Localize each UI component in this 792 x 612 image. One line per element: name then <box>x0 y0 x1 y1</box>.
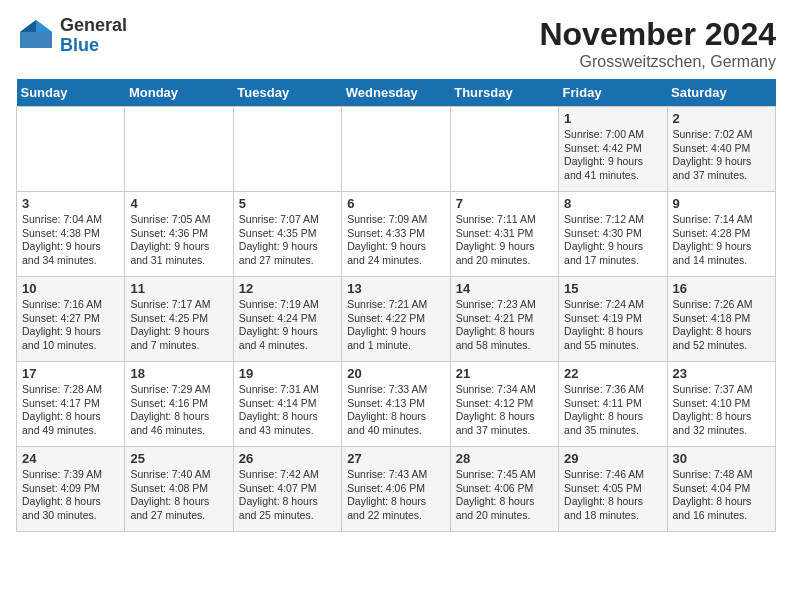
logo-general: General <box>60 16 127 36</box>
day-cell: 15Sunrise: 7:24 AMSunset: 4:19 PMDayligh… <box>559 277 667 362</box>
day-info: Sunrise: 7:40 AM <box>130 468 227 482</box>
day-info: Sunset: 4:12 PM <box>456 397 553 411</box>
day-info: Daylight: 9 hours and 20 minutes. <box>456 240 553 267</box>
day-info: Sunset: 4:35 PM <box>239 227 336 241</box>
day-info: Sunrise: 7:34 AM <box>456 383 553 397</box>
day-cell <box>17 107 125 192</box>
day-cell: 4Sunrise: 7:05 AMSunset: 4:36 PMDaylight… <box>125 192 233 277</box>
day-info: Sunrise: 7:24 AM <box>564 298 661 312</box>
header-cell-saturday: Saturday <box>667 79 775 107</box>
day-cell: 13Sunrise: 7:21 AMSunset: 4:22 PMDayligh… <box>342 277 450 362</box>
day-info: Sunset: 4:24 PM <box>239 312 336 326</box>
calendar-table: SundayMondayTuesdayWednesdayThursdayFrid… <box>16 79 776 532</box>
day-info: Sunset: 4:05 PM <box>564 482 661 496</box>
day-number: 8 <box>564 196 661 211</box>
day-number: 15 <box>564 281 661 296</box>
day-info: Sunset: 4:16 PM <box>130 397 227 411</box>
day-info: Sunset: 4:22 PM <box>347 312 444 326</box>
header: General Blue November 2024 Grossweitzsch… <box>16 16 776 71</box>
day-info: Sunset: 4:06 PM <box>456 482 553 496</box>
calendar-body: 1Sunrise: 7:00 AMSunset: 4:42 PMDaylight… <box>17 107 776 532</box>
day-cell: 21Sunrise: 7:34 AMSunset: 4:12 PMDayligh… <box>450 362 558 447</box>
day-cell <box>342 107 450 192</box>
header-cell-sunday: Sunday <box>17 79 125 107</box>
day-info: Sunrise: 7:07 AM <box>239 213 336 227</box>
day-cell: 20Sunrise: 7:33 AMSunset: 4:13 PMDayligh… <box>342 362 450 447</box>
day-info: Sunset: 4:40 PM <box>673 142 770 156</box>
calendar-header: SundayMondayTuesdayWednesdayThursdayFrid… <box>17 79 776 107</box>
day-info: Daylight: 8 hours and 18 minutes. <box>564 495 661 522</box>
day-cell: 8Sunrise: 7:12 AMSunset: 4:30 PMDaylight… <box>559 192 667 277</box>
day-number: 28 <box>456 451 553 466</box>
day-number: 14 <box>456 281 553 296</box>
day-info: Sunset: 4:08 PM <box>130 482 227 496</box>
day-info: Sunset: 4:10 PM <box>673 397 770 411</box>
day-cell: 1Sunrise: 7:00 AMSunset: 4:42 PMDaylight… <box>559 107 667 192</box>
day-info: Daylight: 8 hours and 55 minutes. <box>564 325 661 352</box>
header-cell-tuesday: Tuesday <box>233 79 341 107</box>
day-number: 11 <box>130 281 227 296</box>
day-number: 5 <box>239 196 336 211</box>
svg-marker-2 <box>20 20 36 32</box>
day-number: 23 <box>673 366 770 381</box>
day-info: Daylight: 8 hours and 35 minutes. <box>564 410 661 437</box>
day-info: Daylight: 8 hours and 49 minutes. <box>22 410 119 437</box>
day-cell <box>450 107 558 192</box>
title-area: November 2024 Grossweitzschen, Germany <box>539 16 776 71</box>
day-info: Sunset: 4:18 PM <box>673 312 770 326</box>
day-info: Sunrise: 7:02 AM <box>673 128 770 142</box>
day-info: Sunrise: 7:05 AM <box>130 213 227 227</box>
day-info: Sunset: 4:13 PM <box>347 397 444 411</box>
day-info: Sunrise: 7:00 AM <box>564 128 661 142</box>
day-number: 21 <box>456 366 553 381</box>
day-info: Sunset: 4:14 PM <box>239 397 336 411</box>
day-number: 25 <box>130 451 227 466</box>
day-info: Sunrise: 7:31 AM <box>239 383 336 397</box>
day-info: Sunset: 4:31 PM <box>456 227 553 241</box>
day-cell: 26Sunrise: 7:42 AMSunset: 4:07 PMDayligh… <box>233 447 341 532</box>
day-number: 18 <box>130 366 227 381</box>
day-info: Sunrise: 7:26 AM <box>673 298 770 312</box>
day-number: 13 <box>347 281 444 296</box>
day-number: 22 <box>564 366 661 381</box>
day-info: Sunset: 4:04 PM <box>673 482 770 496</box>
day-info: Sunset: 4:09 PM <box>22 482 119 496</box>
day-number: 12 <box>239 281 336 296</box>
day-info: Sunset: 4:06 PM <box>347 482 444 496</box>
day-cell: 23Sunrise: 7:37 AMSunset: 4:10 PMDayligh… <box>667 362 775 447</box>
day-cell: 25Sunrise: 7:40 AMSunset: 4:08 PMDayligh… <box>125 447 233 532</box>
week-row-2: 10Sunrise: 7:16 AMSunset: 4:27 PMDayligh… <box>17 277 776 362</box>
day-info: Daylight: 9 hours and 31 minutes. <box>130 240 227 267</box>
day-info: Sunrise: 7:37 AM <box>673 383 770 397</box>
day-info: Daylight: 9 hours and 10 minutes. <box>22 325 119 352</box>
day-cell: 17Sunrise: 7:28 AMSunset: 4:17 PMDayligh… <box>17 362 125 447</box>
day-info: Daylight: 8 hours and 52 minutes. <box>673 325 770 352</box>
day-info: Sunrise: 7:43 AM <box>347 468 444 482</box>
day-info: Sunrise: 7:45 AM <box>456 468 553 482</box>
day-info: Sunrise: 7:17 AM <box>130 298 227 312</box>
day-info: Sunset: 4:27 PM <box>22 312 119 326</box>
day-cell: 16Sunrise: 7:26 AMSunset: 4:18 PMDayligh… <box>667 277 775 362</box>
day-info: Sunrise: 7:48 AM <box>673 468 770 482</box>
day-info: Daylight: 9 hours and 37 minutes. <box>673 155 770 182</box>
day-cell: 10Sunrise: 7:16 AMSunset: 4:27 PMDayligh… <box>17 277 125 362</box>
day-info: Sunset: 4:36 PM <box>130 227 227 241</box>
day-info: Daylight: 8 hours and 22 minutes. <box>347 495 444 522</box>
day-info: Sunrise: 7:28 AM <box>22 383 119 397</box>
day-info: Sunset: 4:17 PM <box>22 397 119 411</box>
day-number: 16 <box>673 281 770 296</box>
day-cell: 28Sunrise: 7:45 AMSunset: 4:06 PMDayligh… <box>450 447 558 532</box>
day-number: 24 <box>22 451 119 466</box>
day-number: 6 <box>347 196 444 211</box>
day-info: Sunrise: 7:04 AM <box>22 213 119 227</box>
day-info: Daylight: 8 hours and 16 minutes. <box>673 495 770 522</box>
day-info: Daylight: 8 hours and 46 minutes. <box>130 410 227 437</box>
day-cell: 9Sunrise: 7:14 AMSunset: 4:28 PMDaylight… <box>667 192 775 277</box>
logo: General Blue <box>16 16 127 56</box>
day-cell: 12Sunrise: 7:19 AMSunset: 4:24 PMDayligh… <box>233 277 341 362</box>
day-cell: 7Sunrise: 7:11 AMSunset: 4:31 PMDaylight… <box>450 192 558 277</box>
day-info: Daylight: 8 hours and 32 minutes. <box>673 410 770 437</box>
day-info: Sunset: 4:28 PM <box>673 227 770 241</box>
day-info: Sunrise: 7:19 AM <box>239 298 336 312</box>
day-cell: 14Sunrise: 7:23 AMSunset: 4:21 PMDayligh… <box>450 277 558 362</box>
